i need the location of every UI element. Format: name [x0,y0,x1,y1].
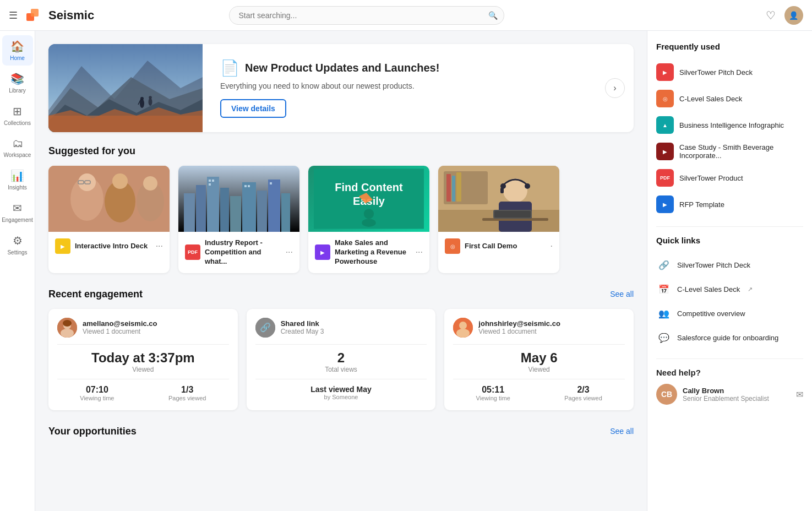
card-more-first-call[interactable]: · [551,241,553,251]
svg-rect-54 [494,211,531,218]
svg-rect-33 [212,180,214,182]
engagement-see-all[interactable]: See all [610,290,634,298]
sidebar-label-home: Home [10,55,25,61]
svg-point-19 [143,176,157,191]
mail-icon[interactable]: ✉ [796,389,803,400]
sidebar-item-workspace[interactable]: 🗂 Workspace [2,133,33,162]
svg-rect-32 [209,180,211,182]
svg-point-50 [525,183,530,189]
hero-banner: 📄 New Product Updates and Launches! Ever… [48,44,634,132]
sidebar-item-settings[interactable]: ⚙ Settings [2,230,33,260]
search-bar: 🔍 [229,6,504,25]
panel-icon-clevel: ◎ [656,90,674,107]
card-first-call[interactable]: ◎ First Call Demo · [438,166,559,273]
svg-rect-58 [456,172,461,202]
quick-link-salesforce[interactable]: 💬 Salesforce guide for onboarding [656,325,803,350]
svg-point-67 [456,329,470,338]
main-content: 📄 New Product Updates and Launches! Ever… [35,31,647,511]
helper-name: Cally Brown [683,387,769,395]
card-icon-make-sales: ▶ [315,244,330,260]
avatar-img-amellano [57,318,77,338]
svg-point-15 [78,173,96,191]
card-footer-first-call: ◎ First Call Demo · [438,232,559,260]
insights-icon: 📊 [10,169,24,182]
quick-link-name-salesforce: Salesforce guide for onboarding [677,334,778,342]
card-industry-report[interactable]: PDF Industry Report - Competition and wh… [178,166,299,273]
card-more-industry-report[interactable]: ··· [286,247,293,257]
card-more-interactive-intro[interactable]: ··· [156,241,163,251]
johnshirley-stat-label-0: Viewing time [476,395,510,401]
svg-text:🔗: 🔗 [260,322,271,333]
library-icon: 📚 [10,72,24,85]
hero-mountain-svg [48,44,203,132]
card-icon-first-call: ◎ [445,238,460,254]
svg-rect-35 [244,185,247,187]
panel-item-casestudy[interactable]: ▶ Case Study - Smith Beverage Incorporat… [656,138,803,165]
quick-link-name-competitive: Competitive overview [677,309,745,318]
sidebar-label-library: Library [9,88,26,94]
panel-item-silvertower-product[interactable]: PDF SilverTower Product [656,165,803,191]
johnshirley-stat-1: 2/3 Pages viewed [564,385,602,401]
search-input[interactable] [229,6,504,25]
quick-link-silvertower[interactable]: 🔗 SilverTower Pitch Deck [656,253,803,277]
svg-rect-27 [230,196,241,232]
hero-title: 📄 New Product Updates and Launches! [220,59,587,77]
view-details-button[interactable]: View details [220,99,286,118]
home-icon: 🏠 [10,40,24,53]
card-footer-interactive-intro: ▶ Interactive Intro Deck ··· [48,232,170,260]
svg-rect-29 [257,191,267,232]
hero-image [48,44,203,132]
johnshirley-stats: 05:11 Viewing time 2/3 Pages viewed [453,385,625,401]
johnshirley-sub: Viewed 1 document [478,328,560,335]
avatar-amellano [57,318,77,338]
shared-link-stat-value-0: Last viewed May [310,385,372,394]
panel-item-rfp[interactable]: ▶ RFP Template [656,191,803,218]
avatar-johnshirley [453,318,473,338]
quick-link-competitive[interactable]: 👥 Competitive overview [656,301,803,325]
menu-icon[interactable]: ☰ [9,9,18,21]
panel-item-name-silvertower-product: SilverTower Product [679,174,803,182]
eng-divider-6 [453,379,625,379]
help-info: Cally Brown Senior Enablement Specialist [683,387,769,403]
eng-divider-1 [57,344,229,345]
shared-link-stat-label-0: by Someone [310,394,372,400]
amellano-stat-value-1: 1/3 [168,385,206,395]
quick-link-icon-salesforce: 💬 [656,330,672,345]
quick-link-clevel[interactable]: 📅 C-Level Sales Deck ↗ [656,277,803,301]
engagement-header-shared-link: 🔗 Shared link Created May 3 [255,318,427,338]
amellano-stat-label-1: Pages viewed [168,395,206,401]
sidebar-item-insights[interactable]: 📊 Insights [2,165,33,195]
johnshirley-main-value: May 6 [453,350,625,366]
helper-title: Senior Enablement Specialist [683,395,769,403]
sidebar-item-home[interactable]: 🏠 Home [2,35,33,66]
svg-rect-34 [209,183,211,186]
hero-next-button[interactable]: › [605,78,625,98]
sidebar: 🏠 Home 📚 Library ⊞ Collections 🗂 Workspa… [0,31,35,511]
svg-rect-31 [281,193,290,232]
amellano-name: amellano@seismic.co [83,319,157,328]
panel-item-clevel[interactable]: ◎ C-Level Sales Deck [656,85,803,112]
logo-text: Seismic [48,8,94,23]
sidebar-item-engagement[interactable]: ✉ Engagement [2,197,33,227]
settings-icon: ⚙ [13,234,23,247]
card-interactive-intro[interactable]: ▶ Interactive Intro Deck ··· [48,166,170,273]
panel-item-bi[interactable]: ▲ Business Intelligence Infographic [656,112,803,138]
panel-item-silvertower-pitch[interactable]: ▶ SilverTower Pitch Deck [656,59,803,85]
user-avatar[interactable]: 👤 [784,6,803,25]
shared-link-stat-0: Last viewed May by Someone [310,385,372,400]
card-thumb-make-sales: Find Content Easily [308,166,429,232]
svg-rect-36 [248,185,250,187]
svg-point-41 [364,209,374,219]
card-make-sales[interactable]: Find Content Easily ▶ Make Sales and Mar… [308,166,429,273]
shared-link-main-value: 2 [255,350,427,366]
card-more-make-sales[interactable]: ··· [416,247,423,257]
opportunities-see-all[interactable]: See all [610,427,634,436]
favorites-icon[interactable]: ♡ [766,9,776,22]
avatar-img-johnshirley [453,318,473,338]
svg-rect-30 [268,180,280,232]
sidebar-item-collections[interactable]: ⊞ Collections [2,100,33,131]
engagement-card-amellano: amellano@seismic.co Viewed 1 document To… [48,309,238,410]
card-image-city [178,166,299,232]
card-icon-industry-report: PDF [185,244,200,260]
sidebar-item-library[interactable]: 📚 Library [2,68,33,98]
